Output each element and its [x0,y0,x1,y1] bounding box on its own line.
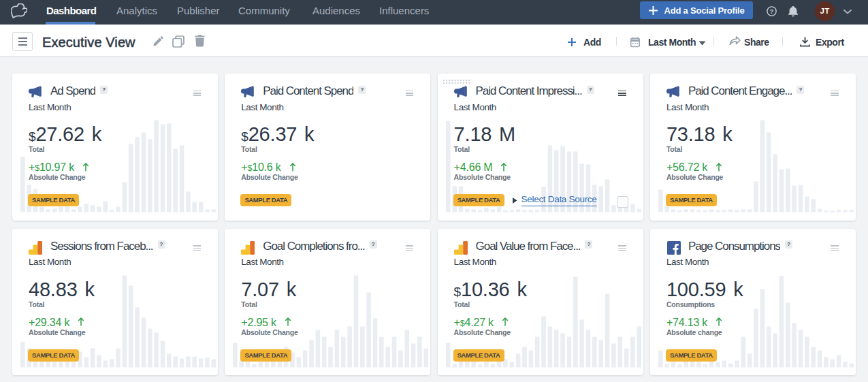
svg-text:?: ? [770,7,774,15]
